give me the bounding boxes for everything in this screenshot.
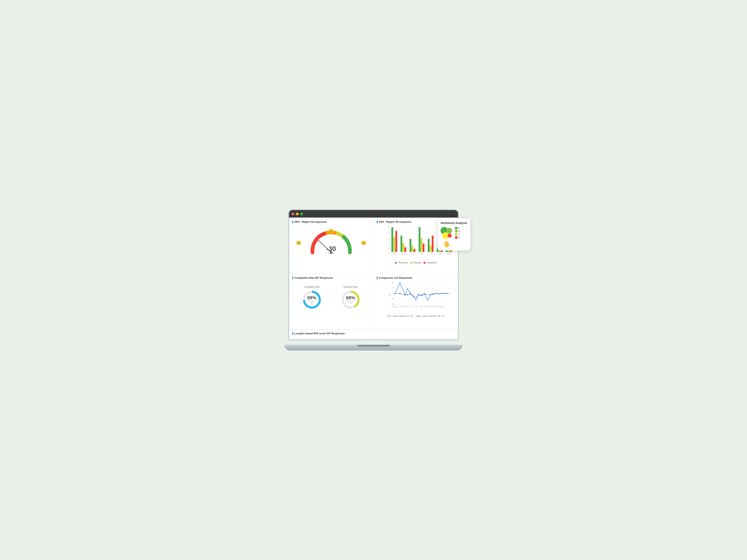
sentiment-popup[interactable]: Sentiment Analysis 🖐 A B C D	[437, 218, 471, 250]
sentiment-title: Sentiment Analysis	[440, 221, 467, 225]
response-sub: 487 out of 712	[345, 300, 356, 304]
svg-point-63	[415, 299, 416, 300]
title-accent-bar-3	[292, 276, 293, 279]
close-button[interactable]	[291, 213, 294, 215]
svg-point-79	[410, 294, 411, 295]
svg-rect-27	[430, 245, 432, 252]
svg-text:28 Sep: 28 Sep	[392, 253, 396, 255]
donut-value-2: 68% 487 out of 712	[345, 296, 356, 304]
line-chart-svg: 100 50 0 -50 -100 Score	[384, 282, 455, 309]
svg-rect-21	[411, 245, 413, 252]
scene: Sentiment Analysis 🖐 A B C D	[280, 210, 467, 350]
svg-rect-20	[410, 239, 411, 252]
svg-point-58	[400, 283, 401, 284]
svg-text:8 Oct: 8 Oct	[438, 253, 442, 254]
svg-text:10: 10	[388, 248, 390, 249]
svg-text:2 Oct: 2 Oct	[411, 253, 414, 254]
nps-value: -30 NPS	[327, 245, 336, 255]
svg-point-60	[407, 288, 408, 289]
legend-b: B	[458, 230, 460, 232]
nps-number: -30	[327, 245, 336, 252]
svg-rect-23	[419, 227, 420, 252]
svg-rect-18	[403, 243, 405, 252]
minimize-button[interactable]	[296, 213, 299, 215]
title-accent-bar-4	[377, 276, 378, 279]
bubble-d	[447, 234, 452, 238]
svg-point-68	[430, 294, 431, 295]
nps-gauge-container: 😟 😐 😊 -30 NPS	[292, 225, 370, 261]
nps-gauge-panel: NPS - Region 59 responses	[289, 218, 374, 273]
laptop-base	[284, 345, 463, 350]
response-rate-donut: 68% 487 out of 712	[340, 289, 361, 310]
svg-text:-100: -100	[391, 303, 394, 305]
donut-value-1: 99% 484 out of 487	[307, 296, 317, 304]
response-rate-item: Response Rate 68% 487 out of 712	[340, 286, 361, 310]
legend-passive: Passive	[410, 262, 421, 264]
emoji-sad: 😟	[296, 240, 301, 245]
svg-rect-19	[405, 247, 406, 252]
emoji-neutral: 😐	[329, 229, 334, 233]
completion-panel: Completion Rate 487 Responses Completion…	[289, 273, 374, 329]
svg-text:100: 100	[391, 282, 394, 283]
svg-point-78	[407, 294, 408, 295]
svg-text:16 Oct: 16 Oct	[440, 306, 444, 307]
donuts-container: Completion Rate 99% 484 out of 487	[292, 282, 370, 315]
nps-gauge-title: NPS - Region 59 responses	[292, 220, 370, 223]
legend-c: C	[458, 233, 460, 235]
svg-rect-24	[420, 238, 422, 252]
svg-point-61	[410, 292, 411, 293]
legend-west-coast: ▪ West Coast [WA, OR, CA]	[416, 315, 444, 317]
svg-text:28 Sep: 28 Sep	[393, 306, 397, 308]
nps-label: NPS	[327, 252, 336, 255]
legend-d: D	[458, 236, 460, 239]
completion-sub: 484 out of 487	[307, 300, 317, 304]
svg-rect-26	[428, 239, 430, 252]
line-chart-legend: ▪ East Coast [RI, NY, CT] ▪ West Coast […	[377, 315, 455, 317]
completion-title: Completion Rate 487 Responses	[292, 276, 370, 279]
svg-text:10 Oct: 10 Oct	[446, 253, 451, 254]
svg-text:0: 0	[393, 293, 394, 294]
sentiment-bubbles	[440, 227, 453, 239]
svg-rect-16	[395, 231, 397, 252]
svg-rect-28	[432, 236, 434, 252]
svg-rect-17	[401, 236, 402, 252]
svg-text:14 Oct: 14 Oct	[435, 306, 438, 307]
svg-text:4 Oct: 4 Oct	[409, 306, 413, 307]
svg-point-75	[394, 293, 395, 294]
svg-text:12 Oct: 12 Oct	[430, 306, 434, 307]
svg-text:50: 50	[392, 287, 394, 289]
svg-rect-25	[423, 244, 424, 252]
svg-point-67	[427, 299, 428, 300]
svg-text:Score: Score	[389, 293, 390, 297]
svg-rect-14	[391, 227, 393, 252]
response-pct: 68%	[345, 296, 356, 300]
svg-text:20: 20	[388, 244, 390, 245]
bar-chart-legend: Promoters Passive Detractors	[377, 262, 455, 264]
title-accent-bar-5	[292, 332, 293, 335]
svg-text:50: 50	[388, 226, 390, 228]
legend-a: A	[458, 227, 460, 229]
dashboard-row-2: Completion Rate 487 Responses Completion…	[289, 273, 458, 329]
svg-point-64	[418, 294, 419, 295]
title-bar	[289, 210, 458, 218]
legend-promoters: Promoters	[395, 262, 408, 264]
comparison-panel: Comparison 112 Responses 100 50 0 -50 -1…	[374, 273, 458, 329]
legend-detractors: Detractors	[423, 262, 437, 264]
emoji-happy: 😊	[361, 240, 366, 245]
svg-text:0: 0	[389, 251, 390, 252]
svg-text:30 Sep: 30 Sep	[398, 306, 403, 308]
svg-text:6 Oct: 6 Oct	[429, 253, 433, 254]
title-accent-bar-2	[377, 220, 378, 223]
svg-text:30 Sep: 30 Sep	[401, 253, 406, 255]
svg-point-76	[400, 293, 401, 294]
svg-rect-15	[393, 237, 395, 252]
completion-pct: 99%	[307, 296, 317, 300]
completion-rate-label: Completion Rate	[304, 286, 319, 288]
svg-text:10 Oct: 10 Oct	[424, 306, 429, 307]
maximize-button[interactable]	[300, 213, 303, 215]
completion-rate-item: Completion Rate 99% 484 out of 487	[302, 286, 322, 310]
svg-text:8 Oct: 8 Oct	[420, 306, 423, 307]
svg-text:4 Oct: 4 Oct	[420, 253, 423, 254]
svg-text:6 Oct: 6 Oct	[414, 306, 418, 307]
svg-point-77	[405, 294, 406, 295]
